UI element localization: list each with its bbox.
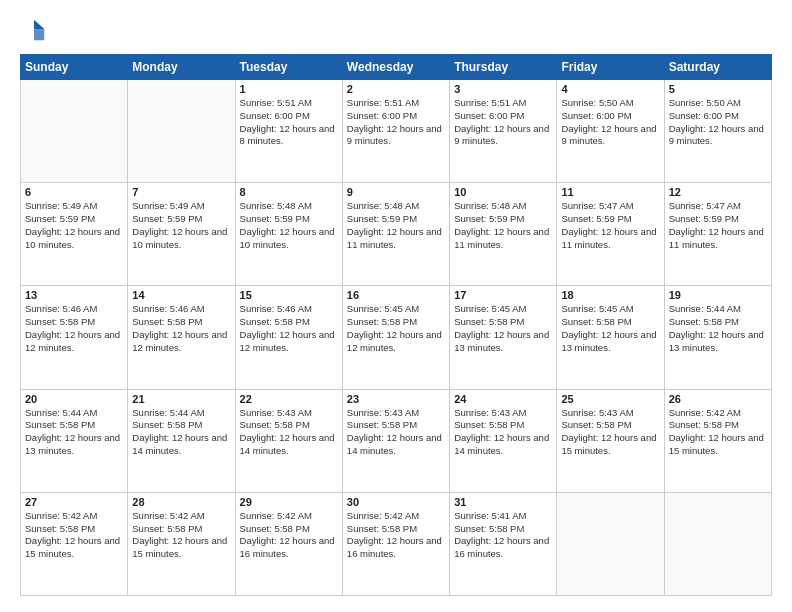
day-number: 6 bbox=[25, 186, 123, 198]
calendar-cell: 31Sunrise: 5:41 AM Sunset: 5:58 PM Dayli… bbox=[450, 492, 557, 595]
weekday-header-monday: Monday bbox=[128, 55, 235, 80]
calendar-week-row: 27Sunrise: 5:42 AM Sunset: 5:58 PM Dayli… bbox=[21, 492, 772, 595]
calendar-cell: 24Sunrise: 5:43 AM Sunset: 5:58 PM Dayli… bbox=[450, 389, 557, 492]
calendar-cell: 7Sunrise: 5:49 AM Sunset: 5:59 PM Daylig… bbox=[128, 183, 235, 286]
day-number: 17 bbox=[454, 289, 552, 301]
day-number: 2 bbox=[347, 83, 445, 95]
calendar-cell: 30Sunrise: 5:42 AM Sunset: 5:58 PM Dayli… bbox=[342, 492, 449, 595]
day-info: Sunrise: 5:42 AM Sunset: 5:58 PM Dayligh… bbox=[347, 510, 445, 561]
calendar-week-row: 13Sunrise: 5:46 AM Sunset: 5:58 PM Dayli… bbox=[21, 286, 772, 389]
calendar-cell: 28Sunrise: 5:42 AM Sunset: 5:58 PM Dayli… bbox=[128, 492, 235, 595]
day-info: Sunrise: 5:47 AM Sunset: 5:59 PM Dayligh… bbox=[561, 200, 659, 251]
calendar-cell: 9Sunrise: 5:48 AM Sunset: 5:59 PM Daylig… bbox=[342, 183, 449, 286]
calendar-cell: 11Sunrise: 5:47 AM Sunset: 5:59 PM Dayli… bbox=[557, 183, 664, 286]
day-number: 11 bbox=[561, 186, 659, 198]
day-info: Sunrise: 5:49 AM Sunset: 5:59 PM Dayligh… bbox=[25, 200, 123, 251]
day-info: Sunrise: 5:42 AM Sunset: 5:58 PM Dayligh… bbox=[240, 510, 338, 561]
calendar-cell: 3Sunrise: 5:51 AM Sunset: 6:00 PM Daylig… bbox=[450, 80, 557, 183]
day-info: Sunrise: 5:43 AM Sunset: 5:58 PM Dayligh… bbox=[347, 407, 445, 458]
day-number: 10 bbox=[454, 186, 552, 198]
day-info: Sunrise: 5:44 AM Sunset: 5:58 PM Dayligh… bbox=[25, 407, 123, 458]
day-number: 25 bbox=[561, 393, 659, 405]
day-number: 8 bbox=[240, 186, 338, 198]
calendar-cell: 1Sunrise: 5:51 AM Sunset: 6:00 PM Daylig… bbox=[235, 80, 342, 183]
day-number: 23 bbox=[347, 393, 445, 405]
calendar-cell: 8Sunrise: 5:48 AM Sunset: 5:59 PM Daylig… bbox=[235, 183, 342, 286]
day-number: 14 bbox=[132, 289, 230, 301]
logo-icon bbox=[20, 16, 48, 44]
day-info: Sunrise: 5:49 AM Sunset: 5:59 PM Dayligh… bbox=[132, 200, 230, 251]
calendar-cell: 19Sunrise: 5:44 AM Sunset: 5:58 PM Dayli… bbox=[664, 286, 771, 389]
weekday-header-thursday: Thursday bbox=[450, 55, 557, 80]
calendar-cell bbox=[557, 492, 664, 595]
calendar-cell: 15Sunrise: 5:46 AM Sunset: 5:58 PM Dayli… bbox=[235, 286, 342, 389]
day-number: 12 bbox=[669, 186, 767, 198]
calendar-cell: 14Sunrise: 5:46 AM Sunset: 5:58 PM Dayli… bbox=[128, 286, 235, 389]
calendar-cell: 29Sunrise: 5:42 AM Sunset: 5:58 PM Dayli… bbox=[235, 492, 342, 595]
calendar-header-row: SundayMondayTuesdayWednesdayThursdayFrid… bbox=[21, 55, 772, 80]
day-number: 7 bbox=[132, 186, 230, 198]
weekday-header-saturday: Saturday bbox=[664, 55, 771, 80]
day-info: Sunrise: 5:42 AM Sunset: 5:58 PM Dayligh… bbox=[669, 407, 767, 458]
calendar-cell: 5Sunrise: 5:50 AM Sunset: 6:00 PM Daylig… bbox=[664, 80, 771, 183]
calendar-cell: 10Sunrise: 5:48 AM Sunset: 5:59 PM Dayli… bbox=[450, 183, 557, 286]
day-info: Sunrise: 5:45 AM Sunset: 5:58 PM Dayligh… bbox=[454, 303, 552, 354]
logo bbox=[20, 16, 52, 44]
day-info: Sunrise: 5:50 AM Sunset: 6:00 PM Dayligh… bbox=[669, 97, 767, 148]
day-info: Sunrise: 5:45 AM Sunset: 5:58 PM Dayligh… bbox=[347, 303, 445, 354]
svg-marker-1 bbox=[34, 29, 44, 40]
svg-marker-0 bbox=[34, 20, 44, 29]
calendar-cell: 13Sunrise: 5:46 AM Sunset: 5:58 PM Dayli… bbox=[21, 286, 128, 389]
day-info: Sunrise: 5:50 AM Sunset: 6:00 PM Dayligh… bbox=[561, 97, 659, 148]
day-info: Sunrise: 5:48 AM Sunset: 5:59 PM Dayligh… bbox=[454, 200, 552, 251]
day-number: 16 bbox=[347, 289, 445, 301]
day-number: 4 bbox=[561, 83, 659, 95]
weekday-header-tuesday: Tuesday bbox=[235, 55, 342, 80]
calendar-cell bbox=[21, 80, 128, 183]
day-number: 24 bbox=[454, 393, 552, 405]
day-number: 1 bbox=[240, 83, 338, 95]
calendar-cell: 23Sunrise: 5:43 AM Sunset: 5:58 PM Dayli… bbox=[342, 389, 449, 492]
day-number: 26 bbox=[669, 393, 767, 405]
calendar-cell: 26Sunrise: 5:42 AM Sunset: 5:58 PM Dayli… bbox=[664, 389, 771, 492]
day-number: 13 bbox=[25, 289, 123, 301]
calendar-cell: 17Sunrise: 5:45 AM Sunset: 5:58 PM Dayli… bbox=[450, 286, 557, 389]
day-number: 3 bbox=[454, 83, 552, 95]
calendar-cell: 16Sunrise: 5:45 AM Sunset: 5:58 PM Dayli… bbox=[342, 286, 449, 389]
calendar-cell: 12Sunrise: 5:47 AM Sunset: 5:59 PM Dayli… bbox=[664, 183, 771, 286]
day-info: Sunrise: 5:44 AM Sunset: 5:58 PM Dayligh… bbox=[132, 407, 230, 458]
day-info: Sunrise: 5:44 AM Sunset: 5:58 PM Dayligh… bbox=[669, 303, 767, 354]
calendar-cell: 21Sunrise: 5:44 AM Sunset: 5:58 PM Dayli… bbox=[128, 389, 235, 492]
weekday-header-friday: Friday bbox=[557, 55, 664, 80]
day-info: Sunrise: 5:42 AM Sunset: 5:58 PM Dayligh… bbox=[132, 510, 230, 561]
calendar-cell: 25Sunrise: 5:43 AM Sunset: 5:58 PM Dayli… bbox=[557, 389, 664, 492]
calendar-cell: 2Sunrise: 5:51 AM Sunset: 6:00 PM Daylig… bbox=[342, 80, 449, 183]
calendar-cell: 4Sunrise: 5:50 AM Sunset: 6:00 PM Daylig… bbox=[557, 80, 664, 183]
day-info: Sunrise: 5:51 AM Sunset: 6:00 PM Dayligh… bbox=[347, 97, 445, 148]
day-number: 15 bbox=[240, 289, 338, 301]
day-number: 31 bbox=[454, 496, 552, 508]
calendar-week-row: 20Sunrise: 5:44 AM Sunset: 5:58 PM Dayli… bbox=[21, 389, 772, 492]
day-number: 28 bbox=[132, 496, 230, 508]
calendar-cell: 27Sunrise: 5:42 AM Sunset: 5:58 PM Dayli… bbox=[21, 492, 128, 595]
day-info: Sunrise: 5:48 AM Sunset: 5:59 PM Dayligh… bbox=[240, 200, 338, 251]
day-info: Sunrise: 5:42 AM Sunset: 5:58 PM Dayligh… bbox=[25, 510, 123, 561]
day-info: Sunrise: 5:43 AM Sunset: 5:58 PM Dayligh… bbox=[561, 407, 659, 458]
day-info: Sunrise: 5:51 AM Sunset: 6:00 PM Dayligh… bbox=[454, 97, 552, 148]
day-number: 20 bbox=[25, 393, 123, 405]
day-number: 22 bbox=[240, 393, 338, 405]
day-info: Sunrise: 5:47 AM Sunset: 5:59 PM Dayligh… bbox=[669, 200, 767, 251]
day-number: 19 bbox=[669, 289, 767, 301]
calendar-cell bbox=[664, 492, 771, 595]
page-header bbox=[20, 16, 772, 44]
calendar-cell: 18Sunrise: 5:45 AM Sunset: 5:58 PM Dayli… bbox=[557, 286, 664, 389]
calendar-week-row: 1Sunrise: 5:51 AM Sunset: 6:00 PM Daylig… bbox=[21, 80, 772, 183]
day-number: 18 bbox=[561, 289, 659, 301]
day-number: 29 bbox=[240, 496, 338, 508]
day-info: Sunrise: 5:48 AM Sunset: 5:59 PM Dayligh… bbox=[347, 200, 445, 251]
calendar-cell: 6Sunrise: 5:49 AM Sunset: 5:59 PM Daylig… bbox=[21, 183, 128, 286]
day-number: 30 bbox=[347, 496, 445, 508]
day-info: Sunrise: 5:43 AM Sunset: 5:58 PM Dayligh… bbox=[240, 407, 338, 458]
day-number: 27 bbox=[25, 496, 123, 508]
day-number: 9 bbox=[347, 186, 445, 198]
